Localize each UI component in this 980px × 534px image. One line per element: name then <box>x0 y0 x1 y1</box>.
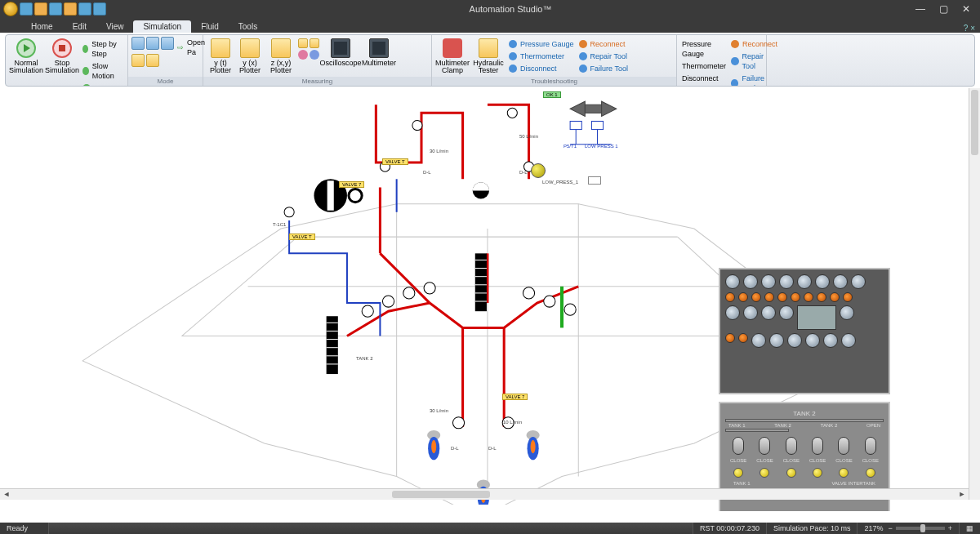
low-press-label: LOW PRESS 1 <box>585 144 618 149</box>
hydraulic-tester-button[interactable]: Hydraulic Tester <box>471 37 506 74</box>
step-icon <box>82 45 88 53</box>
pressure-gauge-button[interactable]: Pressure Gauge <box>507 38 576 50</box>
repair-tool-button[interactable]: Repair Tool <box>729 51 779 72</box>
scroll-thumb[interactable] <box>971 90 978 155</box>
tank-led-icon <box>839 468 849 478</box>
valve-tag[interactable]: VALVE T <box>289 234 315 240</box>
failure-tool-button[interactable]: Failure Tool <box>729 73 779 87</box>
tab-tools[interactable]: Tools <box>229 20 267 33</box>
valve-tag[interactable]: VALVE T <box>382 158 408 165</box>
vertical-scrollbar[interactable] <box>969 88 980 500</box>
valve-tag[interactable]: VALVE 7 <box>339 181 364 188</box>
thermometer-button[interactable]: Thermometer <box>507 51 576 62</box>
disconnect-button[interactable]: Disconnect <box>507 63 576 74</box>
cockpit-panel[interactable] <box>719 268 890 394</box>
tank-led-icon <box>786 468 796 478</box>
play-icon <box>16 38 36 58</box>
close-button[interactable]: ✕ <box>960 3 972 15</box>
tank-switch[interactable] <box>733 437 744 455</box>
valve-tag[interactable]: VALVE 7 <box>502 394 528 400</box>
mode-icon[interactable] <box>146 37 159 50</box>
yx-plotter-button[interactable]: y (x) Plotter <box>236 37 264 74</box>
disconnect-icon <box>509 65 517 73</box>
qat-button[interactable] <box>93 2 106 16</box>
reconnect-button[interactable]: Reconnect <box>729 38 779 50</box>
qat-button[interactable] <box>49 2 62 16</box>
step-by-step-button[interactable]: Step by Step <box>81 38 124 60</box>
tab-home[interactable]: Home <box>21 20 63 33</box>
failure-icon <box>731 79 738 87</box>
tab-simulation[interactable]: Simulation <box>133 20 191 33</box>
indicator-box <box>588 176 601 185</box>
person-icon[interactable] <box>298 50 308 60</box>
svg-point-9 <box>412 120 422 130</box>
slow-motion-button[interactable]: Slow Motion <box>81 60 124 82</box>
zxy-plotter-button[interactable]: z (x,y) Plotter <box>265 37 296 74</box>
measuring-icon[interactable] <box>310 38 319 48</box>
status-zoom[interactable]: 217% − + <box>858 523 960 534</box>
pause-button[interactable]: Pause <box>81 82 124 87</box>
oscilloscope-icon <box>331 38 350 58</box>
mode-icon[interactable] <box>146 54 159 67</box>
failure-tool-button[interactable]: Failure Tool <box>577 63 630 74</box>
reconnect-icon <box>731 40 739 48</box>
canvas-area[interactable]: VALVE T VALVE 7 VALVE T VALVE 7 OK 1 30 … <box>0 88 980 511</box>
svg-rect-37 <box>591 121 603 129</box>
measuring-icon[interactable] <box>298 38 308 48</box>
maximize-button[interactable]: ▢ <box>938 3 949 15</box>
help-close[interactable]: ? × <box>964 24 975 33</box>
qat-button[interactable] <box>78 2 91 16</box>
t1c1-label: T-1C1 <box>273 222 286 227</box>
status-fit-icon[interactable]: ▦ <box>960 523 980 534</box>
person-icon[interactable] <box>310 50 319 60</box>
normal-simulation-button[interactable]: Normal Simulation <box>9 37 43 74</box>
mode-icon[interactable] <box>161 37 174 50</box>
p571-label: P5/T1 <box>564 144 577 149</box>
repair-tool-button[interactable]: Repair Tool <box>577 51 630 62</box>
svg-point-12 <box>362 305 373 317</box>
app-logo-icon[interactable] <box>3 2 18 16</box>
repair-icon <box>579 52 587 60</box>
scroll-right-icon[interactable]: ► <box>957 490 967 500</box>
failure-icon <box>579 65 587 73</box>
scroll-left-icon[interactable]: ◄ <box>2 490 11 500</box>
multimeter-button[interactable]: Multimeter <box>362 37 396 67</box>
clamp-icon <box>443 38 462 58</box>
ok-tag[interactable]: OK 1 <box>543 91 561 98</box>
thermometer-button[interactable]: Thermometer <box>680 60 728 72</box>
group-title-measuring: Measuring <box>203 77 431 86</box>
multimeter-clamp-button[interactable]: Multimeter Clamp <box>435 37 470 74</box>
reconnect-button[interactable]: Reconnect <box>577 38 630 50</box>
mode-icon[interactable] <box>131 37 145 50</box>
stop-icon <box>52 38 72 58</box>
tank-led-icon <box>866 468 875 478</box>
tab-fluid[interactable]: Fluid <box>191 20 229 33</box>
tank-switch[interactable] <box>838 437 849 455</box>
qat-button[interactable] <box>64 2 77 16</box>
tank-switch[interactable] <box>786 437 797 455</box>
tank-switch[interactable] <box>865 437 876 455</box>
horizontal-scrollbar[interactable]: ◄ ► <box>0 488 969 500</box>
mode-icon[interactable] <box>131 54 145 67</box>
pressure-gauge-button[interactable]: Pressure Gauge <box>680 38 728 60</box>
dl-label: D-L <box>519 170 528 175</box>
disconnect-button[interactable]: Disconnect <box>680 73 728 84</box>
flow-label: 30 L/min <box>430 408 448 413</box>
tab-view[interactable]: View <box>96 20 134 33</box>
open-panel-button[interactable]: ⇨Open Pa <box>176 37 207 58</box>
yt-plotter-button[interactable]: y (t) Plotter <box>207 37 234 74</box>
qat-button[interactable] <box>20 2 33 16</box>
minimize-button[interactable]: — <box>915 3 926 15</box>
pause-icon <box>82 84 91 87</box>
svg-point-16 <box>523 287 534 299</box>
hydraulic-icon <box>479 38 498 58</box>
flow-label: 50 L/min <box>519 134 538 139</box>
oscilloscope-button[interactable]: Oscilloscope <box>321 37 360 67</box>
tank-switch[interactable] <box>812 437 823 455</box>
qat-button[interactable] <box>34 2 47 16</box>
stop-simulation-button[interactable]: Stop Simulation <box>45 37 79 74</box>
tab-edit[interactable]: Edit <box>63 20 96 33</box>
zoom-slider[interactable] <box>896 527 945 530</box>
scroll-thumb[interactable] <box>392 491 490 498</box>
tank-switch[interactable] <box>759 437 770 455</box>
